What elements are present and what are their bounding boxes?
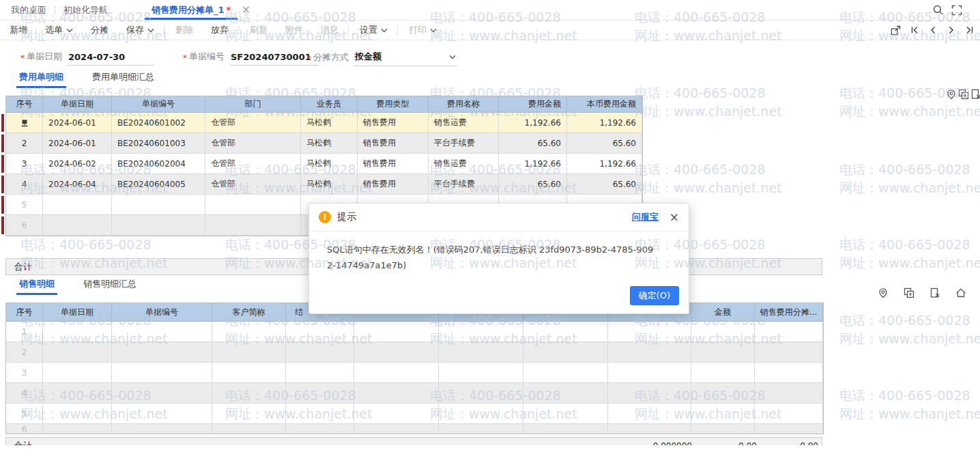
cell[interactable] [112, 383, 212, 404]
cell[interactable]: 2024-06-01 [43, 113, 112, 133]
cell[interactable] [439, 342, 523, 363]
cell[interactable] [354, 404, 439, 424]
cell[interactable] [112, 322, 212, 342]
field-select[interactable]: 按金额 [354, 51, 457, 66]
cell[interactable] [354, 363, 439, 383]
cell[interactable]: 1,192.66 [567, 154, 642, 174]
cell[interactable]: 2024-06-04 [43, 174, 112, 195]
cell[interactable] [205, 195, 301, 215]
help-link[interactable]: 问服宝 [632, 211, 659, 223]
cell[interactable] [755, 404, 823, 424]
cell[interactable] [608, 322, 691, 342]
cell[interactable]: 马松鹤 [301, 133, 358, 154]
cell[interactable] [523, 342, 608, 363]
table-row[interactable]: 6 [6, 424, 823, 434]
cell[interactable]: 1,192.66 [567, 113, 642, 133]
cell[interactable] [354, 322, 439, 342]
dialog-close-icon[interactable]: × [669, 212, 679, 223]
cell[interactable]: BE20240601002 [112, 113, 205, 133]
cell[interactable] [205, 215, 301, 236]
cell[interactable] [43, 322, 112, 342]
cell[interactable] [439, 322, 523, 342]
table-row[interactable]: 5 [6, 404, 823, 424]
cell[interactable] [608, 383, 691, 404]
cell[interactable]: 销售费用 [358, 154, 429, 174]
cell[interactable] [608, 342, 691, 363]
cell[interactable]: 65.60 [567, 133, 642, 154]
cell[interactable] [212, 404, 286, 424]
toolbar-button-保存[interactable]: 保存 [126, 24, 154, 36]
cell[interactable]: 仓管部 [205, 154, 301, 174]
cell[interactable]: BE20240602004 [112, 154, 205, 174]
cell[interactable] [354, 424, 439, 434]
cell[interactable] [523, 404, 608, 424]
cell[interactable] [691, 404, 755, 424]
cell[interactable] [286, 322, 354, 342]
cell[interactable]: 平台手续费 [429, 174, 499, 195]
cell[interactable] [286, 383, 354, 404]
table-row[interactable]: 22024-06-01BE20240601003仓管部马松鹤销售费用平台手续费6… [6, 133, 642, 154]
cell[interactable]: BE20240604005 [112, 174, 205, 195]
toolbar-button-分摊[interactable]: 分摊 [91, 24, 109, 36]
cell[interactable]: 2024-06-01 [43, 133, 112, 154]
search-icon[interactable] [932, 4, 944, 16]
copy-icon[interactable] [958, 89, 969, 100]
cell[interactable] [691, 424, 755, 434]
doc-tab-2[interactable]: 初始化导航 [55, 0, 116, 20]
row-number-cell[interactable]: 5 [6, 195, 43, 215]
cell[interactable] [691, 342, 755, 363]
expense-tab-2[interactable]: 费用单明细汇总 [92, 71, 154, 88]
cell[interactable] [523, 383, 608, 404]
chevron-down-icon[interactable] [449, 55, 456, 59]
copy-icon[interactable] [904, 287, 914, 298]
cell[interactable] [354, 342, 439, 363]
row-number-cell[interactable]: 3 [6, 154, 43, 174]
cell[interactable] [212, 342, 286, 363]
nav-first-icon[interactable] [910, 25, 919, 35]
cell[interactable] [286, 342, 354, 363]
cell[interactable] [439, 383, 523, 404]
toolbar-button-附件[interactable]: 附件 [285, 24, 303, 36]
cell[interactable] [112, 363, 212, 383]
row-number-cell[interactable]: 1 [6, 322, 43, 342]
delete-doc-icon[interactable] [970, 89, 980, 100]
cell[interactable]: BE20240601003 [112, 133, 205, 154]
cell[interactable]: 仓管部 [205, 174, 301, 195]
cell[interactable] [212, 383, 286, 404]
cell[interactable] [755, 363, 823, 383]
cell[interactable] [608, 424, 691, 434]
cell[interactable] [43, 195, 112, 215]
toolbar-button-选单[interactable]: 选单 [45, 24, 73, 36]
cell[interactable]: 1,192.66 [499, 154, 567, 174]
cell[interactable] [439, 404, 523, 424]
cell[interactable] [43, 215, 112, 236]
cell[interactable] [439, 424, 523, 434]
row-number-cell[interactable]: 5 [6, 404, 43, 424]
row-number-cell[interactable]: 2 [6, 133, 43, 154]
cell[interactable] [43, 342, 112, 363]
cell[interactable] [43, 383, 112, 404]
sales-tab-1[interactable]: 销售明细 [19, 278, 55, 295]
cell[interactable] [43, 404, 112, 424]
delete-doc-icon[interactable] [929, 287, 940, 298]
locate-icon[interactable] [946, 89, 957, 100]
popout-icon[interactable] [891, 25, 901, 36]
cell[interactable] [43, 424, 112, 434]
cell[interactable]: 销售运费 [429, 154, 499, 174]
doc-tab-1[interactable]: 我的桌面 [3, 0, 55, 20]
cell[interactable]: 销售运费 [429, 113, 499, 133]
cell[interactable] [112, 404, 212, 424]
cell[interactable] [112, 195, 205, 215]
table-row[interactable]: 32024-06-02BE20240602004仓管部马松鹤销售费用销售运费1,… [6, 154, 642, 174]
cell[interactable] [43, 363, 112, 383]
cell[interactable]: 仓管部 [205, 133, 301, 154]
cell[interactable] [212, 363, 286, 383]
cell[interactable]: 销售费用 [358, 113, 429, 133]
cell[interactable] [691, 363, 755, 383]
cell[interactable] [112, 215, 205, 236]
field-input[interactable]: SF20240730001 [229, 52, 319, 66]
cell[interactable] [286, 424, 354, 434]
toolbar-button-设置[interactable]: 设置 [360, 24, 388, 36]
cell[interactable]: 65.60 [499, 133, 567, 154]
cell[interactable] [755, 322, 823, 342]
